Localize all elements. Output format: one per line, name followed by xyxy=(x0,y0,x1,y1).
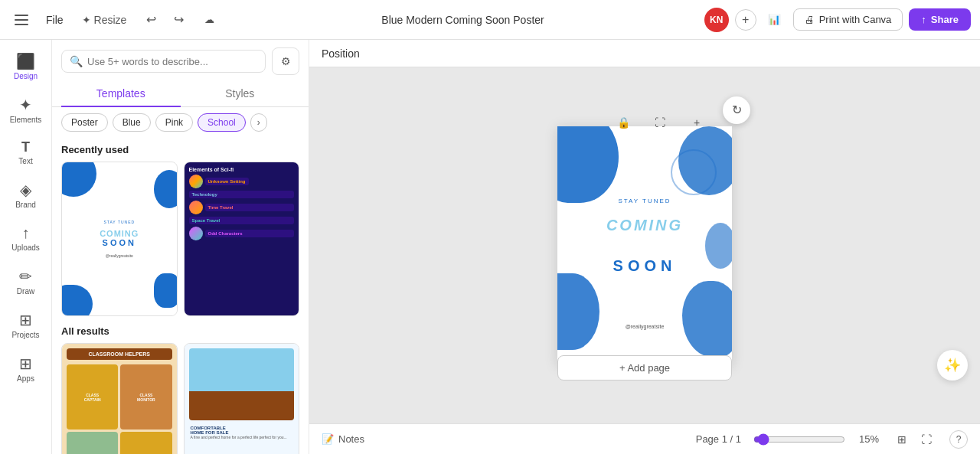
tmpl2-section-3: Time Travel xyxy=(205,204,295,211)
recently-used-label: Recently used xyxy=(52,138,309,158)
help-button[interactable]: ? xyxy=(949,430,968,449)
tmpl1-handle-text: @reallygreatsite xyxy=(106,253,133,258)
search-area: 🔍 ⚙ xyxy=(52,40,309,81)
position-bar: Position xyxy=(309,40,980,67)
template-home-sale[interactable]: COMFORTABLE HOME FOR SALE A fine and per… xyxy=(184,343,300,454)
text-icon: T xyxy=(21,139,30,155)
position-label: Position xyxy=(322,47,360,60)
sidebar-item-elements[interactable]: ✦ Elements xyxy=(3,90,49,130)
design-icon: ⬛ xyxy=(16,52,35,70)
sidebar-item-projects[interactable]: ⊞ Projects xyxy=(3,305,49,345)
elements-icon: ✦ xyxy=(19,96,32,114)
zoom-slider[interactable] xyxy=(753,433,845,446)
lock-button[interactable]: 🔒 xyxy=(612,112,634,133)
grid-view-button[interactable]: ⊞ xyxy=(891,429,913,450)
tmpl4-image xyxy=(189,348,295,420)
tmpl2-section-5: Odd Characters xyxy=(205,230,295,237)
tag-blue[interactable]: Blue xyxy=(113,113,151,132)
sidebar-item-elements-label: Elements xyxy=(10,116,42,124)
canvas-scroll[interactable]: 🔒 ⛶ + ↻ STAY TUNED COMING SOON @reallygr… xyxy=(309,67,980,423)
sidebar-item-draw-label: Draw xyxy=(17,287,34,296)
tmpl3-cell-1: CLASSCAPTAIN xyxy=(67,364,118,430)
brand-icon: ◈ xyxy=(20,181,31,199)
tag-more[interactable]: › xyxy=(250,113,267,132)
canvas-soon-text: SOON xyxy=(613,257,677,275)
canvas-area: Position 🔒 ⛶ + ↻ STAY TUNED COMING xyxy=(309,40,980,454)
tag-school[interactable]: School xyxy=(198,113,246,132)
menu-button[interactable] xyxy=(9,8,34,32)
magic-button[interactable]: ✨ xyxy=(937,350,968,381)
undo-redo-group: ↩ ↪ xyxy=(139,8,191,32)
tmpl2-section-2: Technology xyxy=(189,191,295,198)
recently-used-grid: STAY TUNED COMING SOON @reallygreatsite … xyxy=(52,158,309,319)
template-coming-soon[interactable]: STAY TUNED COMING SOON @reallygreatsite xyxy=(61,162,178,316)
resize-canvas-button[interactable]: ⛶ xyxy=(649,112,671,133)
undo-button[interactable]: ↩ xyxy=(139,8,163,32)
blob-mid-right xyxy=(705,223,732,269)
tmpl2-section-4: Space Travel xyxy=(189,217,295,224)
sidebar-item-uploads[interactable]: ↑ Uploads xyxy=(3,218,49,258)
tag-pink[interactable]: Pink xyxy=(155,113,193,132)
topbar-right: KN + 📊 🖨 Print with Canva ↑ Share xyxy=(704,8,971,32)
sidebar-item-draw[interactable]: ✏ Draw xyxy=(3,261,49,302)
sidebar-item-apps-label: Apps xyxy=(17,374,34,383)
save-cloud-button[interactable]: ☁ xyxy=(197,8,221,32)
tmpl1-coming-text: COMING xyxy=(100,229,139,238)
print-icon: 🖨 xyxy=(805,14,815,25)
document-canvas[interactable]: STAY TUNED COMING SOON @reallygreatsite xyxy=(557,126,732,365)
tmpl3-cell-2: CLASSMONITOR xyxy=(120,364,172,430)
search-icon: 🔍 xyxy=(70,55,83,67)
notes-button[interactable]: 📝 Notes xyxy=(322,433,364,445)
resize-button[interactable]: ✦ Resize xyxy=(76,11,133,29)
tab-templates[interactable]: Templates xyxy=(61,81,181,107)
print-button[interactable]: 🖨 Print with Canva xyxy=(793,8,903,31)
apps-icon: ⊞ xyxy=(19,354,32,373)
projects-icon: ⊞ xyxy=(19,311,32,329)
add-page-button[interactable]: + Add page xyxy=(557,355,732,381)
tmpl3-cell-3: LIBRARIAN xyxy=(67,432,118,454)
icon-sidebar: ⬛ Design ✦ Elements T Text ◈ Brand ↑ Upl… xyxy=(0,40,52,454)
filter-button[interactable]: ⚙ xyxy=(272,47,299,75)
blob-bottom-right xyxy=(682,281,732,358)
all-results-grid: CLASSROOM HELPERS CLASSCAPTAIN CLASSMONI… xyxy=(52,340,309,454)
search-input[interactable] xyxy=(87,56,257,67)
tmpl3-grid: CLASSCAPTAIN CLASSMONITOR LIBRARIAN TREA… xyxy=(67,364,172,454)
sidebar-item-apps[interactable]: ⊞ Apps xyxy=(3,348,49,389)
tag-pills: Poster Blue Pink School › xyxy=(52,107,309,138)
redo-button[interactable]: ↪ xyxy=(166,8,191,32)
sidebar-item-text[interactable]: T Text xyxy=(3,133,49,171)
canvas-handle-text: @reallygreatsite xyxy=(626,324,665,329)
main-content: ⬛ Design ✦ Elements T Text ◈ Brand ↑ Upl… xyxy=(0,40,980,454)
draw-icon: ✏ xyxy=(19,267,32,286)
template-classroom[interactable]: CLASSROOM HELPERS CLASSCAPTAIN CLASSMONI… xyxy=(61,343,178,454)
add-collaborator-button[interactable]: + xyxy=(735,9,756,31)
search-box: 🔍 xyxy=(61,50,266,73)
tag-poster[interactable]: Poster xyxy=(61,113,108,132)
fullscreen-button[interactable]: ⛶ xyxy=(916,429,937,450)
tmpl3-cell-4: TREASURER xyxy=(120,432,172,454)
page-indicator: Page 1 / 1 xyxy=(696,433,741,445)
topbar-left: File ✦ Resize ↩ ↪ ☁ xyxy=(9,8,221,32)
rotate-handle[interactable]: ↻ xyxy=(723,96,750,124)
sidebar-item-design[interactable]: ⬛ Design xyxy=(3,46,49,87)
zoom-controls: 15% xyxy=(753,433,879,446)
outline-circle xyxy=(671,149,717,195)
notes-icon: 📝 xyxy=(322,433,334,445)
sidebar-item-brand[interactable]: ◈ Brand xyxy=(3,175,49,215)
canvas-top-controls: 🔒 ⛶ + xyxy=(612,112,707,133)
template-sci-fi[interactable]: Elements of Sci-fi Unknown Setting Techn… xyxy=(184,162,300,316)
tmpl4-desc: A fine and perfect home for a perfect li… xyxy=(191,435,293,439)
share-icon: ↑ xyxy=(921,14,926,25)
bottom-bar: 📝 Notes Page 1 / 1 15% ⊞ ⛶ ? xyxy=(309,423,980,454)
resize-icon: ✦ xyxy=(82,14,91,26)
tmpl2-circle-3 xyxy=(189,227,203,240)
all-results-label: All results xyxy=(52,319,309,340)
analytics-button[interactable]: 📊 xyxy=(763,8,787,32)
user-avatar[interactable]: KN xyxy=(704,8,729,32)
share-button[interactable]: ↑ Share xyxy=(909,8,971,31)
canvas-coming-text: COMING xyxy=(606,217,683,234)
add-button[interactable]: + xyxy=(686,112,707,133)
tab-styles[interactable]: Styles xyxy=(181,81,300,107)
file-menu-button[interactable]: File xyxy=(40,11,70,29)
uploads-icon: ↑ xyxy=(22,224,30,242)
